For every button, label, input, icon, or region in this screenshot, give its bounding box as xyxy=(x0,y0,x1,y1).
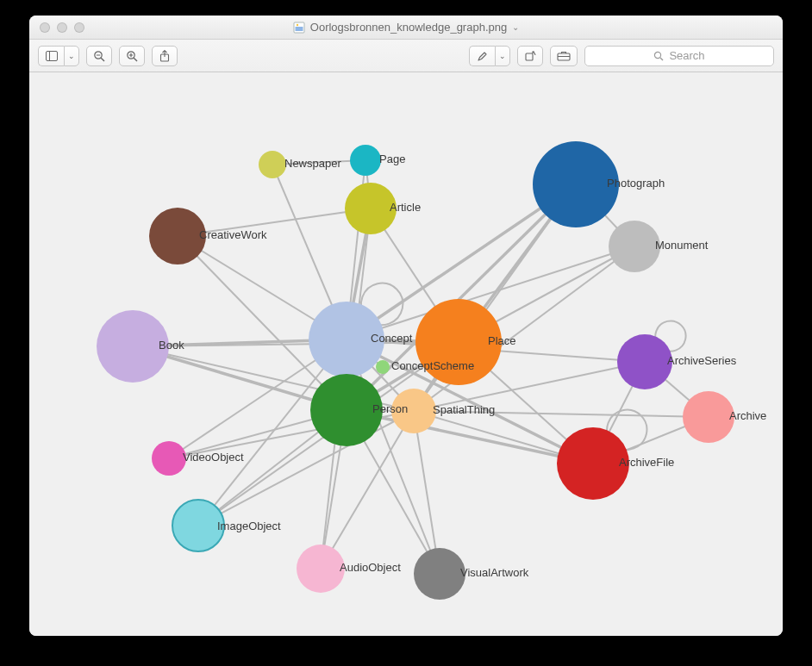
graph-node-archive xyxy=(683,391,734,443)
svg-rect-0 xyxy=(294,22,304,33)
markup-dropdown-button[interactable]: ⌄ xyxy=(495,46,510,66)
share-button[interactable] xyxy=(152,46,178,66)
svg-line-9 xyxy=(134,58,137,61)
preview-window: Oorlogsbronnen_knowledge_graph.png ⌄ ⌄ xyxy=(29,16,783,636)
graph-label-page: Page xyxy=(379,152,405,165)
edit-group: ⌄ xyxy=(469,46,510,66)
zoom-window-button[interactable] xyxy=(74,22,84,33)
svg-line-6 xyxy=(101,58,104,61)
graph-label-audioobject: AudioObject xyxy=(340,561,401,574)
graph-label-newspaper: Newspaper xyxy=(284,157,341,170)
graph-label-imageobject: ImageObject xyxy=(217,520,281,532)
graph-node-imageobject xyxy=(172,500,224,551)
zoom-out-icon xyxy=(93,50,105,62)
chevron-down-icon: ⌄ xyxy=(499,52,506,60)
knowledge-graph: ConceptPlaceConceptSchemeSpatialThingPer… xyxy=(29,72,783,636)
svg-rect-14 xyxy=(526,53,533,60)
graph-label-conceptscheme: ConceptScheme xyxy=(391,359,474,372)
toolbox-button[interactable] xyxy=(550,46,578,66)
graph-label-concept: Concept xyxy=(371,332,413,345)
rotate-icon xyxy=(524,50,536,62)
toolbox-icon xyxy=(557,51,571,61)
graph-node-archiveseries xyxy=(617,334,672,389)
window-title-area: Oorlogsbronnen_knowledge_graph.png ⌄ xyxy=(29,21,783,34)
titlebar: Oorlogsbronnen_knowledge_graph.png ⌄ xyxy=(29,16,783,40)
graph-node-conceptscheme xyxy=(376,360,390,374)
pencil-icon xyxy=(477,50,489,62)
graph-node-photograph xyxy=(533,141,619,227)
sidebar-dropdown-button[interactable]: ⌄ xyxy=(64,46,79,66)
graph-edge xyxy=(347,410,593,464)
toolbar: ⌄ xyxy=(29,40,783,72)
svg-point-2 xyxy=(297,23,298,25)
graph-label-photograph: Photograph xyxy=(607,177,665,190)
traffic-lights xyxy=(29,22,84,33)
image-canvas[interactable]: ConceptPlaceConceptSchemeSpatialThingPer… xyxy=(29,72,783,636)
close-window-button[interactable] xyxy=(40,22,50,33)
graph-label-place: Place xyxy=(488,334,516,347)
graph-label-archivefile: ArchiveFile xyxy=(619,456,674,469)
sidebar-toggle-group: ⌄ xyxy=(38,46,79,66)
window-title: Oorlogsbronnen_knowledge_graph.png xyxy=(310,21,507,34)
svg-rect-3 xyxy=(46,51,57,60)
zoom-out-button[interactable] xyxy=(86,46,112,66)
graph-label-videoobject: VideoObject xyxy=(183,451,244,464)
graph-node-page xyxy=(350,145,381,176)
graph-node-audioobject xyxy=(297,545,345,593)
graph-label-person: Person xyxy=(372,402,408,415)
search-icon xyxy=(653,51,664,61)
graph-label-book: Book xyxy=(159,339,184,352)
svg-rect-1 xyxy=(295,27,303,31)
rotate-button[interactable] xyxy=(517,46,543,66)
zoom-in-icon xyxy=(126,50,138,62)
title-dropdown-icon[interactable]: ⌄ xyxy=(512,22,519,32)
graph-node-creativework xyxy=(149,208,206,265)
graph-label-article: Article xyxy=(390,201,421,214)
share-icon xyxy=(159,50,170,62)
svg-line-18 xyxy=(660,58,663,60)
sidebar-toggle-button[interactable] xyxy=(38,46,64,66)
svg-point-17 xyxy=(655,52,661,58)
graph-node-visualartwork xyxy=(414,548,465,600)
search-placeholder: Search xyxy=(669,49,704,62)
zoom-in-button[interactable] xyxy=(119,46,145,66)
graph-label-visualartwork: VisualArtwork xyxy=(460,566,529,579)
graph-node-article xyxy=(345,183,397,234)
graph-label-spatialthing: SpatialThing xyxy=(433,403,495,416)
graph-node-videoobject xyxy=(152,441,186,476)
minimize-window-button[interactable] xyxy=(57,22,67,33)
graph-label-monument: Monument xyxy=(655,239,709,252)
chevron-down-icon: ⌄ xyxy=(68,52,75,60)
graph-label-archiveseries: ArchiveSeries xyxy=(667,354,737,367)
graph-node-monument xyxy=(609,221,660,272)
graph-label-creativework: CreativeWork xyxy=(199,228,267,241)
file-icon xyxy=(293,22,305,34)
graph-node-newspaper xyxy=(259,151,286,178)
search-field[interactable]: Search xyxy=(584,46,774,66)
sidebar-icon xyxy=(46,51,58,61)
markup-button[interactable] xyxy=(469,46,495,66)
graph-label-archive: Archive xyxy=(729,409,766,422)
